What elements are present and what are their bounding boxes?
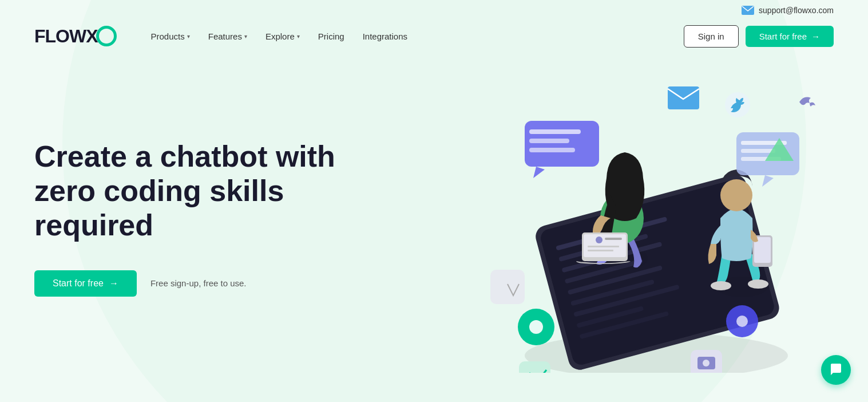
hero-left: Create a chatbot with zero coding skills… xyxy=(34,128,349,296)
hero-section: Create a chatbot with zero coding skills… xyxy=(0,52,868,350)
nav-actions: Sign in Start for free → xyxy=(684,25,834,48)
svg-point-33 xyxy=(711,281,731,290)
nav-pricing[interactable]: Pricing xyxy=(318,31,344,41)
svg-rect-39 xyxy=(529,129,581,134)
navbar: FLOWX Products ▾ Features ▾ Explore ▾ Pr… xyxy=(0,21,868,52)
svg-rect-46 xyxy=(668,86,699,109)
hero-subtext: Free sign-up, free to use. xyxy=(150,278,247,288)
svg-rect-15 xyxy=(490,270,525,304)
email-icon xyxy=(742,6,754,15)
support-email-text: support@flowxo.com xyxy=(759,6,834,15)
features-chevron-icon: ▾ xyxy=(244,33,247,40)
nav-features[interactable]: Features ▾ xyxy=(208,31,247,41)
explore-chevron-icon: ▾ xyxy=(297,33,300,40)
logo-text: FLOWX xyxy=(34,26,98,47)
svg-point-21 xyxy=(703,360,710,366)
logo[interactable]: FLOWX xyxy=(34,26,117,47)
svg-rect-44 xyxy=(741,149,775,153)
svg-point-34 xyxy=(748,279,768,289)
svg-rect-38 xyxy=(525,121,599,167)
nav-products[interactable]: Products ▾ xyxy=(151,31,190,41)
nav-integrations[interactable]: Integrations xyxy=(363,31,407,41)
products-chevron-icon: ▾ xyxy=(187,33,190,40)
svg-rect-30 xyxy=(588,246,619,247)
hero-right xyxy=(349,75,834,350)
hero-illustration xyxy=(445,64,857,373)
start-arrow-nav: → xyxy=(811,31,820,41)
chat-bubble-button[interactable] xyxy=(821,355,851,385)
svg-point-17 xyxy=(736,316,748,327)
hero-title: Create a chatbot with zero coding skills… xyxy=(34,140,349,242)
svg-rect-40 xyxy=(529,139,569,143)
svg-point-14 xyxy=(529,320,543,334)
chat-icon xyxy=(829,362,843,377)
top-bar: support@flowxo.com xyxy=(0,0,868,21)
nav-explore[interactable]: Explore ▾ xyxy=(265,31,300,41)
svg-rect-29 xyxy=(605,238,622,240)
svg-point-28 xyxy=(596,237,603,243)
nav-products-label: Products xyxy=(151,31,185,41)
start-free-button-hero[interactable]: Start for free → xyxy=(34,270,137,297)
svg-rect-41 xyxy=(529,148,575,152)
nav-pricing-label: Pricing xyxy=(318,31,344,41)
support-email: support@flowxo.com xyxy=(742,6,834,15)
svg-point-35 xyxy=(720,179,752,211)
logo-o xyxy=(96,26,117,46)
hero-cta: Start for free → Free sign-up, free to u… xyxy=(34,270,349,297)
nav-links: Products ▾ Features ▾ Explore ▾ Pricing … xyxy=(151,31,684,41)
nav-features-label: Features xyxy=(208,31,242,41)
logo-flow: FLOW xyxy=(34,26,86,46)
signin-button[interactable]: Sign in xyxy=(684,25,739,48)
start-free-button-nav[interactable]: Start for free → xyxy=(746,26,834,47)
nav-integrations-label: Integrations xyxy=(363,31,407,41)
hero-arrow: → xyxy=(109,278,118,289)
svg-rect-42 xyxy=(736,132,799,175)
nav-explore-label: Explore xyxy=(265,31,295,41)
svg-rect-31 xyxy=(588,250,613,251)
